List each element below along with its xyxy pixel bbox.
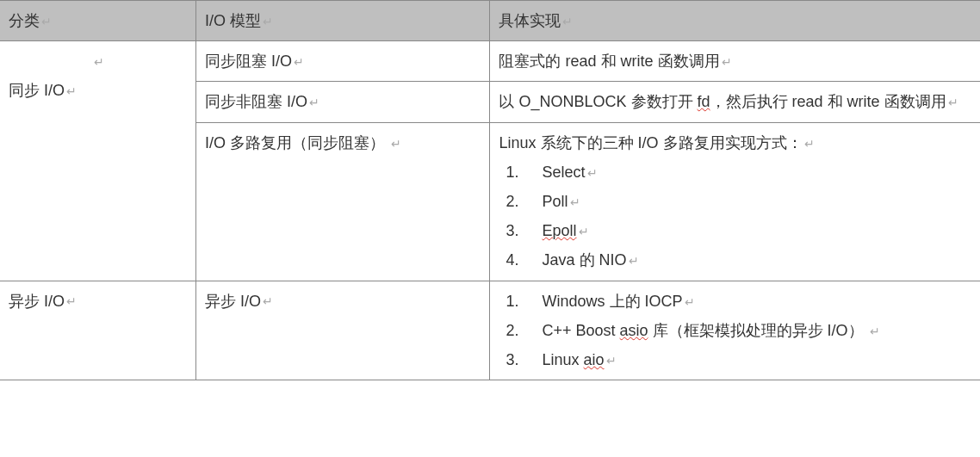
- return-icon: ↵: [948, 91, 958, 114]
- return-icon: ↵: [94, 51, 104, 74]
- impl-list: 1. Windows 上的 IOCP↵ 2. C++ Boost asio 库（…: [499, 287, 971, 375]
- list-item: 1. Windows 上的 IOCP↵: [499, 287, 971, 316]
- cell-impl: Linux 系统下的三种 I/O 多路复用实现方式：↵ 1. Select↵ 2…: [490, 122, 980, 281]
- cell-impl: 1. Windows 上的 IOCP↵ 2. C++ Boost asio 库（…: [490, 281, 980, 380]
- return-icon: ↵: [570, 195, 580, 209]
- list-item: 2. C++ Boost asio 库（框架模拟处理的异步 I/O） ↵: [499, 316, 971, 345]
- return-icon: ↵: [562, 10, 573, 34]
- return-icon: ↵: [870, 324, 880, 338]
- cell-category-sync: ↵ 同步 I/O↵: [0, 41, 196, 281]
- return-icon: ↵: [579, 225, 589, 238]
- return-icon: ↵: [294, 51, 304, 74]
- list-item: 3. Epoll↵: [499, 216, 971, 245]
- cell-impl: 阻塞式的 read 和 write 函数调用↵: [490, 41, 980, 82]
- return-icon: ↵: [587, 166, 598, 180]
- list-item: 3. Linux aio↵: [499, 345, 971, 374]
- return-icon: ↵: [685, 295, 695, 309]
- wavy-underline-text: aio: [584, 351, 605, 368]
- cell-model: 异步 I/O↵: [196, 281, 490, 380]
- list-item: 1. Select↵: [499, 157, 971, 187]
- cell-model: 同步非阻塞 I/O↵: [196, 82, 490, 122]
- return-icon: ↵: [263, 290, 273, 313]
- header-category: 分类↵: [0, 1, 196, 41]
- return-icon: ↵: [41, 10, 52, 34]
- wavy-underline-text: Epoll: [542, 222, 576, 239]
- wavy-underline-text: asio: [620, 322, 648, 339]
- list-item: 4. Java 的 NIO↵: [499, 245, 971, 275]
- header-impl: 具体实现↵: [490, 1, 980, 41]
- table-row: 异步 I/O↵ 异步 I/O↵ 1. Windows 上的 IOCP↵ 2. C…: [0, 281, 980, 380]
- cell-model: I/O 多路复用（同步阻塞） ↵: [196, 122, 490, 281]
- table-row: ↵ 同步 I/O↵ 同步阻塞 I/O↵ 阻塞式的 read 和 write 函数…: [0, 41, 980, 82]
- table-header-row: 分类↵ I/O 模型↵ 具体实现↵: [0, 1, 980, 41]
- return-icon: ↵: [309, 91, 319, 114]
- cell-impl: 以 O_NONBLOCK 参数打开 fd，然后执行 read 和 write 函…: [490, 82, 980, 122]
- return-icon: ↵: [804, 133, 815, 156]
- cell-model: 同步阻塞 I/O↵: [196, 41, 490, 82]
- return-icon: ↵: [606, 354, 617, 367]
- impl-list: 1. Select↵ 2. Poll↵ 3. Epoll↵ 4. Java 的 …: [499, 157, 971, 275]
- return-icon: ↵: [66, 80, 77, 103]
- cell-category-async: 异步 I/O↵: [0, 281, 196, 380]
- return-icon: ↵: [66, 290, 77, 313]
- io-model-table: 分类↵ I/O 模型↵ 具体实现↵ ↵ 同步 I/O↵ 同步阻塞 I/O↵ 阻塞…: [0, 0, 980, 380]
- wavy-underline-text: fd: [698, 93, 710, 110]
- return-icon: ↵: [263, 10, 273, 34]
- header-model: I/O 模型↵: [196, 1, 490, 41]
- return-icon: ↵: [722, 51, 732, 74]
- list-item: 2. Poll↵: [499, 187, 971, 216]
- return-icon: ↵: [391, 133, 401, 156]
- return-icon: ↵: [629, 254, 639, 268]
